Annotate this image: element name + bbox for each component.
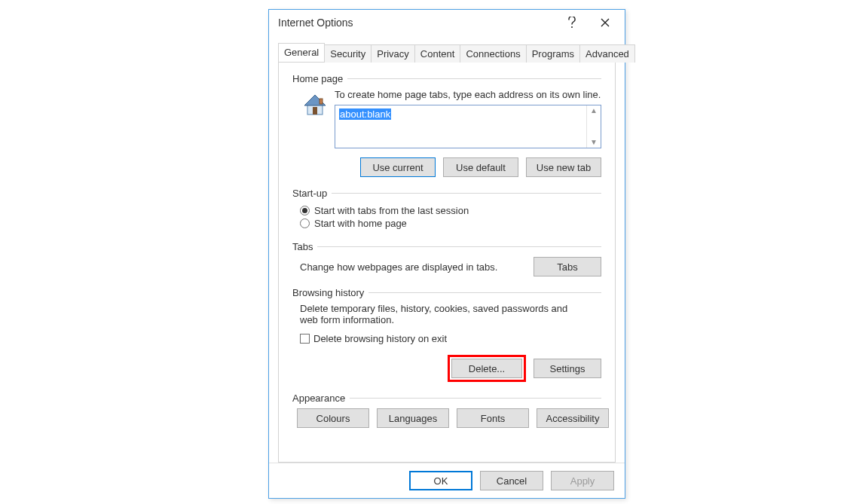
tabpanel-general: Home page To create home page tabs, type [278,62,616,463]
tab-programs[interactable]: Programs [526,44,580,63]
group-label-appearance: Appearance [292,393,350,404]
close-icon [601,18,610,27]
use-current-button[interactable]: Use current [360,157,436,177]
group-browsing-history: Browsing history Delete temporary files,… [292,287,601,388]
scroll-down-icon: ▼ [590,139,598,146]
divider [368,292,601,293]
use-new-tab-button[interactable]: Use new tab [526,157,601,177]
group-tabs: Tabs Change how webpages are displayed i… [292,241,601,283]
radio-label: Start with home page [314,218,407,229]
radio-start-last-session[interactable]: Start with tabs from the last session [300,205,601,216]
checkbox-icon [300,334,310,344]
use-default-button[interactable]: Use default [443,157,518,177]
history-settings-button[interactable]: Settings [534,359,601,378]
home-input-scrollbar[interactable]: ▲ ▼ [586,105,601,148]
tab-advanced[interactable]: Advanced [579,44,635,63]
delete-on-exit-checkbox[interactable]: Delete browsing history on exit [300,333,601,344]
divider [347,78,601,79]
group-label-startup: Start-up [292,188,332,199]
group-appearance: Appearance Colours Languages Fonts Acces… [292,393,601,434]
dialog-content: General Security Privacy Content Connect… [269,35,625,463]
home-intro-text: To create home page tabs, type each addr… [335,89,601,100]
group-home-page: Home page To create home page tabs, type [292,73,601,183]
accessibility-button[interactable]: Accessibility [537,408,609,428]
radio-start-home[interactable]: Start with home page [300,218,601,229]
group-label-home: Home page [292,73,347,84]
home-page-value: about:blank [339,108,391,120]
divider [317,246,601,247]
radio-icon [300,206,310,215]
divider [332,193,601,194]
delete-button-highlight: Delete... [448,355,526,382]
radio-label: Start with tabs from the last session [314,205,469,216]
tabs-button[interactable]: Tabs [534,257,601,276]
home-icon [300,89,330,119]
tab-content[interactable]: Content [414,44,461,63]
tab-privacy[interactable]: Privacy [371,44,415,63]
divider [350,398,601,399]
checkbox-label: Delete browsing history on exit [313,333,447,344]
dialog-footer: OK Cancel Apply [269,463,625,498]
languages-button[interactable]: Languages [377,408,449,428]
ok-button[interactable]: OK [409,471,472,490]
radio-icon [300,218,310,228]
tabs-description: Change how webpages are displayed in tab… [300,261,497,273]
tab-security[interactable]: Security [324,44,371,63]
delete-history-button[interactable]: Delete... [451,359,522,378]
fonts-button[interactable]: Fonts [457,408,529,428]
group-label-history: Browsing history [292,287,368,298]
tab-general[interactable]: General [278,43,325,62]
help-button[interactable] [555,11,589,34]
group-startup: Start-up Start with tabs from the last s… [292,188,601,237]
help-icon [567,17,576,29]
colours-button[interactable]: Colours [297,408,369,428]
apply-button[interactable]: Apply [551,471,614,490]
close-button[interactable] [589,11,622,34]
history-description: Delete temporary files, history, cookies… [300,303,586,325]
internet-options-dialog: Internet Options General Security Privac… [268,9,625,499]
home-page-input[interactable]: about:blank ▲ ▼ [335,105,601,148]
svg-rect-4 [320,99,323,104]
group-label-tabs: Tabs [292,241,317,252]
titlebar: Internet Options [269,10,625,35]
cancel-button[interactable]: Cancel [480,471,543,490]
svg-rect-3 [313,107,317,115]
svg-point-0 [571,26,573,28]
window-title: Internet Options [278,17,555,29]
tab-connections[interactable]: Connections [460,44,526,63]
scroll-up-icon: ▲ [590,107,598,115]
tabstrip: General Security Privacy Content Connect… [278,43,616,62]
